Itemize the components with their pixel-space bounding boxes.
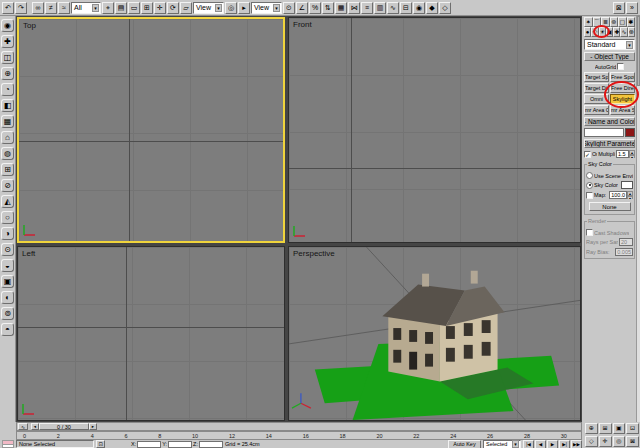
map-amount-value[interactable]: 100.0 xyxy=(609,191,627,199)
left-toolbar-icon[interactable]: ⌂ xyxy=(1,131,14,144)
left-toolbar-icon[interactable]: ◐ xyxy=(1,291,14,304)
map-none-button[interactable]: None xyxy=(589,202,631,211)
target-spot-button[interactable]: Target Spot xyxy=(584,72,609,82)
zoom-extents-all-icon[interactable]: ⊡ xyxy=(626,423,639,434)
window-crossing-icon[interactable]: ⊞ xyxy=(141,2,153,14)
viewport-left-label[interactable]: Left xyxy=(22,249,35,258)
on-checkbox[interactable]: ✓ xyxy=(584,151,591,158)
left-toolbar-icon[interactable]: ◍ xyxy=(1,147,14,160)
left-toolbar-icon[interactable]: ▦ xyxy=(1,115,14,128)
open-mini-curve-editor-button[interactable]: ∿ xyxy=(18,423,28,430)
rollout-name-and-color[interactable]: - Name and Color xyxy=(584,117,635,126)
spinner-arrows[interactable]: ▴ ▾ xyxy=(629,150,635,158)
next-frame-button[interactable]: ▶| xyxy=(559,440,570,448)
left-toolbar-icon[interactable]: ◑ xyxy=(1,227,14,240)
select-by-name-icon[interactable]: ▤ xyxy=(115,2,127,14)
left-toolbar-icon[interactable]: ✚ xyxy=(1,35,14,48)
key-filter-dropdown[interactable]: Selected ▾ xyxy=(483,440,521,448)
left-toolbar-icon[interactable]: ◓ xyxy=(1,323,14,336)
category-space-warps-icon[interactable]: ∿ xyxy=(620,27,627,37)
tab-utilities[interactable]: ✱ xyxy=(627,17,636,27)
left-toolbar-icon[interactable]: ◉ xyxy=(1,19,14,32)
spinner-down-icon[interactable]: ▾ xyxy=(627,196,633,199)
free-spot-button[interactable]: Free Spot xyxy=(610,72,635,82)
bind-to-space-warp-icon[interactable]: ≈ xyxy=(58,2,70,14)
omni-button[interactable]: Omni xyxy=(584,94,609,104)
render-shortcut-icon[interactable]: ⊠ xyxy=(613,2,625,14)
selection-filter-dropdown[interactable]: All ▾ xyxy=(71,2,101,14)
tab-motion[interactable]: ⊚ xyxy=(610,17,619,27)
mirror-icon[interactable]: ⋈ xyxy=(348,2,360,14)
snap-toggle-icon[interactable]: ⊙ xyxy=(283,2,295,14)
go-to-end-button[interactable]: ▶▶ xyxy=(571,440,582,448)
mr-area-spot-button[interactable]: mr Area Spot xyxy=(610,105,635,115)
left-toolbar-icon[interactable]: ○ xyxy=(1,211,14,224)
free-direct-button[interactable]: Free Direct xyxy=(610,83,635,93)
arc-rotate-icon[interactable]: ◎ xyxy=(613,436,626,447)
zoom-extents-icon[interactable]: ▣ xyxy=(613,423,626,434)
select-and-link-icon[interactable]: ∞ xyxy=(32,2,44,14)
category-helpers-icon[interactable]: ✚ xyxy=(613,27,620,37)
skylight-button[interactable]: Skylight xyxy=(610,94,635,104)
previous-frame-button[interactable]: ◀ xyxy=(535,440,546,448)
curve-editor-icon[interactable]: ∿ xyxy=(387,2,399,14)
spinner-snap-icon[interactable]: ⇅ xyxy=(322,2,334,14)
object-color-swatch[interactable] xyxy=(625,128,635,137)
time-slider-button[interactable]: 0 / 30 xyxy=(39,423,89,430)
target-direct-button[interactable]: Target Direct xyxy=(584,83,609,93)
go-to-start-button[interactable]: |◀ xyxy=(523,440,534,448)
rollout-skylight-parameters[interactable]: - Skylight Parameters xyxy=(584,139,635,148)
category-lights-icon[interactable]: ☀ xyxy=(599,27,606,37)
sky-color-swatch[interactable] xyxy=(621,181,633,189)
left-toolbar-icon[interactable]: ⊘ xyxy=(1,179,14,192)
align-icon[interactable]: ≡ xyxy=(361,2,373,14)
viewport-front-label[interactable]: Front xyxy=(293,20,312,29)
category-systems-icon[interactable]: ⊛ xyxy=(628,27,635,37)
reference-coordinate-dropdown[interactable]: View ▾ xyxy=(193,2,224,14)
select-object-icon[interactable]: ⌖ xyxy=(102,2,114,14)
use-pivot-center-icon[interactable]: ◎ xyxy=(225,2,237,14)
auto-key-button[interactable]: Auto Key xyxy=(448,440,481,448)
pan-icon[interactable]: ✛ xyxy=(599,436,612,447)
left-toolbar-icon[interactable]: ⊙ xyxy=(1,243,14,256)
use-scene-environment-radio[interactable] xyxy=(586,172,593,179)
spinner-down-icon[interactable]: ▾ xyxy=(629,155,635,158)
y-coordinate-field[interactable] xyxy=(168,441,192,448)
angle-snap-icon[interactable]: ∠ xyxy=(296,2,308,14)
named-selection-sets-icon[interactable]: ▦ xyxy=(335,2,347,14)
quick-render-icon[interactable]: ◇ xyxy=(439,2,451,14)
layer-manager-icon[interactable]: ▥ xyxy=(374,2,386,14)
left-toolbar-icon[interactable]: ◔ xyxy=(1,83,14,96)
left-toolbar-icon[interactable]: ▣ xyxy=(1,275,14,288)
autogrid-checkbox[interactable] xyxy=(617,63,624,70)
sky-color-radio[interactable] xyxy=(586,182,593,189)
maximize-viewport-toggle-icon[interactable]: ⊠ xyxy=(626,436,639,447)
viewport-left[interactable]: Left xyxy=(17,246,285,421)
view-dropdown[interactable]: View ▾ xyxy=(251,2,282,14)
category-geometry-icon[interactable]: ● xyxy=(584,27,591,37)
selection-lock-toggle[interactable]: ⊡ xyxy=(96,440,105,448)
maxscript-mini-listener[interactable] xyxy=(2,440,14,448)
field-of-view-icon[interactable]: ◇ xyxy=(585,436,598,447)
category-cameras-icon[interactable]: ▣ xyxy=(606,27,613,37)
time-slider-track[interactable]: ∿ ◂ 0 / 30 ▸ xyxy=(16,422,582,431)
map-checkbox[interactable] xyxy=(586,192,593,199)
left-toolbar-icon[interactable]: ◒ xyxy=(1,259,14,272)
command-panel-scrollbar[interactable] xyxy=(636,16,640,422)
tab-modify[interactable]: ⌒ xyxy=(593,17,602,27)
tab-create[interactable]: ✶ xyxy=(584,17,593,27)
zoom-all-icon[interactable]: ⊞ xyxy=(599,423,612,434)
render-scene-icon[interactable]: ◆ xyxy=(426,2,438,14)
listener-script-line[interactable] xyxy=(2,444,14,448)
viewport-top-label[interactable]: Top xyxy=(23,21,36,30)
map-amount-field[interactable]: 100.0 ▴ ▾ xyxy=(609,191,633,199)
select-and-manipulate-icon[interactable]: ▸ xyxy=(238,2,250,14)
tab-hierarchy[interactable]: ≣ xyxy=(601,17,610,27)
select-and-move-icon[interactable]: ✛ xyxy=(154,2,166,14)
multiplier-field[interactable]: 1.5 ▴ ▾ xyxy=(616,150,635,158)
rollout-object-type[interactable]: - Object Type xyxy=(584,52,635,61)
spinner-arrows[interactable]: ▴ ▾ xyxy=(627,191,633,199)
rectangular-selection-icon[interactable]: ▭ xyxy=(128,2,140,14)
zoom-icon[interactable]: ⊕ xyxy=(585,423,598,434)
toolbar-overflow-icon[interactable]: » xyxy=(626,2,638,14)
